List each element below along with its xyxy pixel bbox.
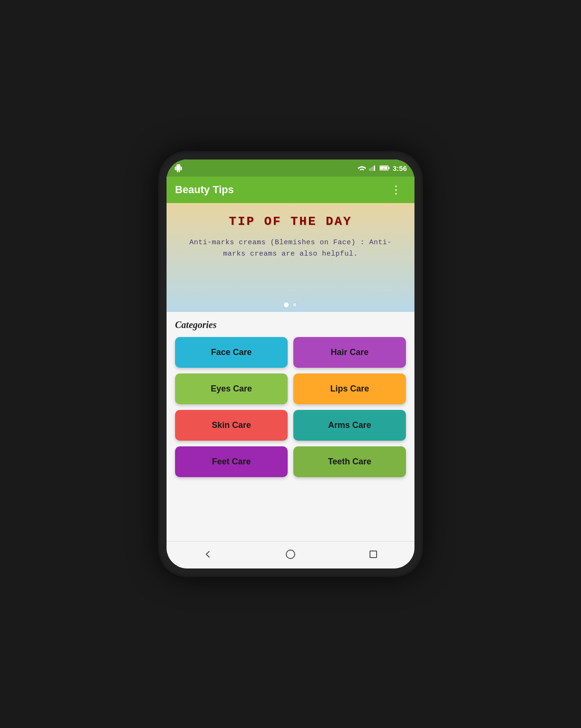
hair-care-button[interactable]: Hair Care xyxy=(293,337,406,368)
wifi-icon xyxy=(358,165,366,171)
android-icon xyxy=(174,164,183,172)
signal-icon xyxy=(369,165,377,171)
svg-point-8 xyxy=(286,550,295,559)
categories-grid: Face CareHair CareEyes CareLips CareSkin… xyxy=(175,337,406,477)
svg-rect-1 xyxy=(370,168,372,171)
back-icon xyxy=(202,549,213,560)
device-frame: ⚡ 3:56 Beauty Tips ⋮ TIP OF THE DAY Anti… xyxy=(158,151,423,577)
more-options-button[interactable]: ⋮ xyxy=(387,181,406,198)
home-button[interactable] xyxy=(275,547,306,562)
carousel-dot-1 xyxy=(284,302,289,307)
svg-rect-9 xyxy=(370,551,377,558)
svg-rect-5 xyxy=(388,167,389,169)
carousel-dot-2 xyxy=(292,302,297,307)
app-bar: Beauty Tips ⋮ xyxy=(167,177,414,203)
svg-rect-2 xyxy=(372,167,374,171)
banner-area: TIP OF THE DAY Anti-marks creams (Blemis… xyxy=(167,203,414,312)
status-left xyxy=(174,164,183,172)
teeth-care-button[interactable]: Teeth Care xyxy=(293,446,406,477)
recents-button[interactable] xyxy=(358,547,388,562)
back-button[interactable] xyxy=(193,547,223,562)
feet-care-button[interactable]: Feet Care xyxy=(175,446,288,477)
clock: 3:56 xyxy=(393,164,407,172)
svg-text:⚡: ⚡ xyxy=(382,167,386,170)
status-bar: ⚡ 3:56 xyxy=(167,160,414,177)
battery-icon: ⚡ xyxy=(379,165,390,171)
svg-rect-0 xyxy=(369,169,370,171)
status-right: ⚡ 3:56 xyxy=(358,164,407,172)
device-screen: ⚡ 3:56 Beauty Tips ⋮ TIP OF THE DAY Anti… xyxy=(167,160,414,568)
nav-bar xyxy=(167,541,414,568)
tip-text: Anti-marks creams (Blemishes on Face) : … xyxy=(180,237,401,260)
svg-rect-3 xyxy=(374,166,375,171)
skin-care-button[interactable]: Skin Care xyxy=(175,410,288,441)
arms-care-button[interactable]: Arms Care xyxy=(293,410,406,441)
lips-care-button[interactable]: Lips Care xyxy=(293,373,406,404)
carousel-dots xyxy=(284,302,297,307)
face-care-button[interactable]: Face Care xyxy=(175,337,288,368)
categories-title: Categories xyxy=(175,320,406,330)
eyes-care-button[interactable]: Eyes Care xyxy=(175,373,288,404)
tip-title: TIP OF THE DAY xyxy=(229,214,352,229)
home-icon xyxy=(285,549,296,560)
categories-section: Categories Face CareHair CareEyes CareLi… xyxy=(167,312,414,541)
recents-icon xyxy=(368,549,379,560)
app-title: Beauty Tips xyxy=(175,184,234,196)
